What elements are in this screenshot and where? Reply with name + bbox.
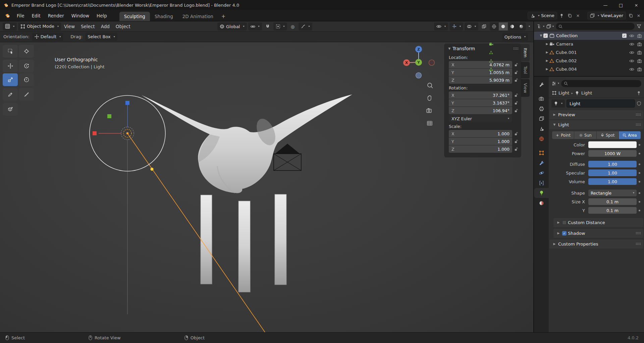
pillar-meshes[interactable] [201,194,286,292]
rotation-x-field[interactable]: X37.261° [449,91,512,99]
tab-material[interactable] [534,198,549,208]
lock-icon[interactable] [514,139,518,144]
fake-user-shield-icon[interactable] [637,101,641,106]
rotation-mode-dropdown[interactable]: XYZ Euler▾ [449,115,512,122]
mode-dropdown[interactable]: Object Mode ▾ [18,22,61,30]
workspace-tab-sculpting[interactable]: Sculpting [119,12,150,21]
viewlayer-id-pill[interactable]: ▾ ViewLayer [587,12,626,19]
scene-id-pill[interactable]: ▾ Scene [528,12,557,19]
location-y-field[interactable]: Y1.0055 m [449,69,512,76]
maximize-button[interactable]: □ [613,0,629,10]
unlink-scene-icon[interactable]: × [575,12,581,19]
editor-type-button[interactable]: ▾ [3,22,17,30]
tool-measure[interactable] [19,88,34,101]
outliner-cube001-row[interactable]: ▶ Cube.001 [534,48,644,57]
new-viewlayer-icon[interactable] [627,12,634,19]
volume-slider[interactable]: 1.00 [588,178,637,185]
lock-icon[interactable] [514,101,518,105]
panel-grip[interactable] [636,232,641,235]
lock-icon[interactable] [514,78,518,82]
drag-setting-dropdown[interactable]: Select Box ▾ [85,33,117,41]
lock-icon[interactable] [514,63,518,67]
lock-icon[interactable] [514,70,518,75]
tab-physics[interactable] [534,168,549,178]
sidebar-tab-tool[interactable]: Tool [521,62,530,78]
panel-grip[interactable] [636,243,641,246]
gizmo-handle-uniform[interactable] [151,168,154,171]
light-id-dropdown[interactable]: ▾ [551,99,565,108]
tab-object-data[interactable] [534,188,549,198]
bird-sculpture-mesh[interactable] [142,94,352,193]
menu-view[interactable]: View [61,24,78,29]
tool-add-cube[interactable] [3,103,18,116]
collapse-icon[interactable]: ▼ [447,47,452,50]
preview-panel-header[interactable]: ▶ Preview [549,110,643,119]
menu-render[interactable]: Render [44,10,68,21]
tab-scene[interactable] [534,124,549,134]
snap-pair-dropdown[interactable]: ▾ [248,22,262,30]
render-camera-icon[interactable] [637,42,642,46]
visibility-dropdown[interactable]: ▾ [434,22,448,30]
gizmo-handle-x[interactable] [93,131,97,135]
panel-grip[interactable] [513,47,518,50]
properties-search-input[interactable] [561,80,641,87]
tool-transform[interactable] [19,73,34,86]
eye-icon[interactable] [629,68,634,71]
tab-object[interactable] [534,148,549,158]
tool-cursor[interactable] [19,45,34,58]
eye-icon[interactable] [629,51,634,54]
rotation-z-field[interactable]: Z106.94° [449,107,512,114]
light-type-sun[interactable]: Sun [574,131,596,139]
light-panel-header[interactable]: ▼ Light [549,120,643,129]
menu-add[interactable]: Add [98,24,113,29]
panel-grip[interactable] [636,113,641,116]
specular-slider[interactable]: 1.00 [588,169,637,176]
outliner-display-mode-button[interactable]: ▾ [546,24,554,29]
shading-wireframe-button[interactable] [490,22,499,30]
new-scene-icon[interactable] [567,12,573,19]
tab-output[interactable] [534,104,549,114]
menu-file[interactable]: File [13,10,28,21]
size-x-field[interactable]: 0.1 m [588,198,637,205]
close-button[interactable]: × [629,0,644,10]
proportional-editing-toggle[interactable]: ◎ [288,22,297,30]
pan-hand-icon[interactable] [428,95,431,100]
tool-annotate[interactable] [3,88,18,101]
eye-icon[interactable] [629,59,634,63]
scale-y-field[interactable]: Y1.000 [449,138,512,145]
axis-neg-z-ball[interactable] [416,73,422,78]
snap-target-dropdown[interactable]: ▾ [273,22,287,30]
minimize-button[interactable]: — [598,0,613,10]
tab-render[interactable] [534,93,549,104]
lock-icon[interactable] [514,147,518,151]
properties-editor-type-button[interactable]: ▾ [551,81,559,86]
animate-dot[interactable] [637,172,642,174]
outliner-search-input[interactable] [556,23,635,30]
tool-rotate[interactable] [19,60,34,72]
sidebar-tab-item[interactable]: Item [521,44,530,61]
shape-dropdown[interactable]: Rectangle▾ [588,190,637,196]
scale-x-field[interactable]: X1.000 [449,130,512,137]
tool-move[interactable] [3,60,18,72]
disclosure-right-icon[interactable]: ▶ [545,51,549,54]
snap-magnet-toggle[interactable] [263,22,272,30]
camera-object[interactable] [274,144,301,170]
pin-scene-icon[interactable] [558,12,565,19]
sidebar-tab-view[interactable]: View [521,79,530,97]
disclosure-down-icon[interactable]: ▼ [539,34,543,37]
animate-dot[interactable] [637,144,642,146]
menu-select[interactable]: Select [78,24,98,29]
tool-scale[interactable] [3,73,18,86]
proportional-falloff-dropdown[interactable]: ▾ [299,22,312,30]
scale-z-field[interactable]: Z1.000 [449,145,512,153]
animate-dot[interactable] [637,201,642,203]
lock-icon[interactable] [514,132,518,136]
menu-window[interactable]: Window [68,10,93,21]
outliner-camera-row[interactable]: ▶ Camera [534,40,644,48]
ortho-grid-icon[interactable] [427,121,432,125]
outliner-editor-type-button[interactable]: ▾ [537,24,544,29]
render-camera-icon[interactable] [637,51,642,55]
disclosure-right-icon[interactable]: ▶ [545,68,549,71]
animate-dot[interactable] [637,181,642,183]
shading-solid-button[interactable] [499,22,508,30]
